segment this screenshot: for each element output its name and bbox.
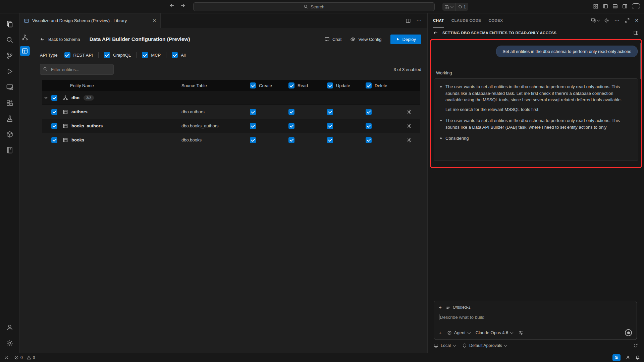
tab-close-icon[interactable]: ✕ (153, 18, 156, 23)
delete-checkbox[interactable] (366, 109, 372, 115)
graphql-checkbox[interactable] (104, 52, 110, 58)
update-checkbox[interactable] (327, 123, 333, 129)
chat-mode-dropdown[interactable] (591, 18, 599, 23)
remote-explorer-icon[interactable] (2, 79, 17, 95)
all-checkbox[interactable] (172, 52, 178, 58)
mcp-checkbox[interactable] (142, 52, 148, 58)
deploy-button[interactable]: Deploy (390, 35, 421, 44)
chat-input-box[interactable]: + Untitled-1 Describe what to build + Ag… (434, 301, 637, 340)
refresh-icon[interactable] (633, 343, 638, 348)
row-enable-checkbox[interactable] (51, 123, 57, 129)
api-option-rest[interactable]: REST API (64, 52, 93, 58)
delete-column-header: Delete (360, 82, 398, 88)
row-settings-gear-icon[interactable] (398, 137, 420, 143)
delete-checkbox[interactable] (366, 123, 372, 129)
source-control-widget: 1 (442, 3, 468, 11)
chat-button[interactable]: Chat (324, 37, 341, 42)
eye-icon (350, 37, 356, 42)
create-checkbox[interactable] (250, 123, 256, 129)
package-cube-icon[interactable] (2, 126, 17, 142)
remote-indicator-icon[interactable] (4, 355, 9, 360)
extensions-icon[interactable] (2, 95, 17, 111)
read-column-checkbox[interactable] (288, 82, 294, 88)
api-option-graphql[interactable]: GraphQL (104, 52, 131, 58)
profile-badge[interactable] (632, 3, 640, 9)
view-config-button[interactable]: View Config (350, 37, 381, 42)
attach-icon[interactable]: + (439, 330, 442, 336)
notebook-icon[interactable] (2, 142, 17, 158)
chevron-down-icon[interactable] (44, 96, 48, 100)
toggle-panel-icon[interactable] (612, 4, 618, 9)
rest-api-checkbox[interactable] (64, 52, 70, 58)
problems-indicator[interactable]: 0 0 (14, 355, 35, 360)
row-settings-gear-icon[interactable] (398, 123, 420, 129)
command-center-search[interactable]: Search (193, 2, 435, 11)
create-checkbox[interactable] (250, 109, 256, 115)
toggle-sidebar-icon[interactable] (603, 4, 608, 9)
row-enable-checkbox[interactable] (51, 109, 57, 115)
filter-entities-input[interactable] (40, 64, 114, 75)
agent-mode-dropdown[interactable]: Agent (447, 330, 470, 335)
approvals-dropdown[interactable]: Default Approvals (462, 343, 507, 348)
environment-dropdown[interactable]: Local (434, 343, 455, 348)
row-enable-checkbox[interactable] (51, 137, 57, 143)
maximize-panel-icon[interactable] (625, 18, 630, 23)
schema-graph-tool-icon[interactable] (20, 33, 30, 43)
zoom-indicator[interactable] (612, 354, 621, 361)
tab-claude-code[interactable]: CLAUDE CODE (451, 13, 481, 27)
search-view-icon[interactable] (2, 32, 17, 48)
context-chip[interactable]: Untitled-1 (446, 305, 471, 310)
create-checkbox[interactable] (250, 137, 256, 143)
delete-column-checkbox[interactable] (366, 82, 372, 88)
table-row[interactable]: books_authors dbo.books_authors (42, 119, 420, 133)
add-context-icon[interactable]: + (439, 304, 442, 310)
thread-back-icon[interactable] (433, 30, 438, 36)
read-checkbox[interactable] (288, 137, 294, 143)
split-editor-icon[interactable] (406, 18, 411, 23)
chat-prompt-input[interactable]: Describe what to build (439, 314, 632, 320)
settings-gear-icon[interactable] (2, 335, 17, 351)
accounts-icon[interactable] (2, 319, 17, 335)
update-checkbox[interactable] (327, 137, 333, 143)
tools-sliders-icon[interactable] (518, 330, 524, 336)
testing-icon[interactable] (2, 111, 17, 126)
update-checkbox[interactable] (327, 109, 333, 115)
stop-send-button[interactable] (625, 329, 632, 336)
nav-back-icon[interactable] (169, 3, 175, 8)
read-checkbox[interactable] (288, 109, 294, 115)
source-table-value: dbo.books_authors (179, 123, 244, 128)
table-row[interactable]: authors dbo.authors (42, 105, 420, 119)
tab-chat[interactable]: CHAT (433, 13, 444, 27)
api-option-mcp[interactable]: MCP (142, 52, 161, 58)
chat-settings-gear-icon[interactable] (604, 18, 609, 23)
row-settings-gear-icon[interactable] (398, 109, 420, 115)
tab-visualize-schema[interactable]: Visualize and Design Schema (Preview) - … (20, 13, 161, 28)
close-panel-icon[interactable]: ✕ (635, 18, 639, 23)
delete-checkbox[interactable] (366, 137, 372, 143)
nav-forward-icon[interactable] (180, 3, 185, 8)
notifications-bell-icon[interactable] (635, 355, 640, 360)
branch-menu-button[interactable] (442, 3, 455, 11)
schema-group-checkbox[interactable] (51, 95, 57, 101)
sync-status-button[interactable]: 1 (455, 3, 468, 11)
chat-more-actions-icon[interactable]: ⋯ (614, 19, 620, 22)
explorer-icon[interactable] (2, 16, 17, 32)
model-picker-dropdown[interactable]: Claude Opus 4.6 (476, 330, 513, 335)
schema-group-row[interactable]: dbo 3/3 (42, 91, 420, 105)
accounts-globe-icon[interactable] (626, 355, 630, 360)
table-row[interactable]: books dbo.books (42, 133, 420, 147)
chat-scrollbar[interactable] (640, 43, 641, 79)
api-option-all[interactable]: All (172, 52, 185, 58)
api-builder-tool-icon[interactable] (20, 46, 30, 56)
tab-codex[interactable]: CODEX (488, 13, 503, 27)
run-debug-icon[interactable] (2, 63, 17, 79)
source-control-icon[interactable] (2, 48, 17, 63)
toggle-secondary-sidebar-icon[interactable] (622, 4, 628, 9)
open-in-editor-icon[interactable] (633, 30, 639, 36)
more-actions-icon[interactable]: ⋯ (416, 19, 422, 22)
update-column-checkbox[interactable] (327, 82, 333, 88)
back-to-schema-button[interactable]: Back to Schema (40, 37, 80, 42)
create-column-checkbox[interactable] (250, 82, 256, 88)
customize-layout-icon[interactable] (593, 4, 598, 9)
read-checkbox[interactable] (288, 123, 294, 129)
